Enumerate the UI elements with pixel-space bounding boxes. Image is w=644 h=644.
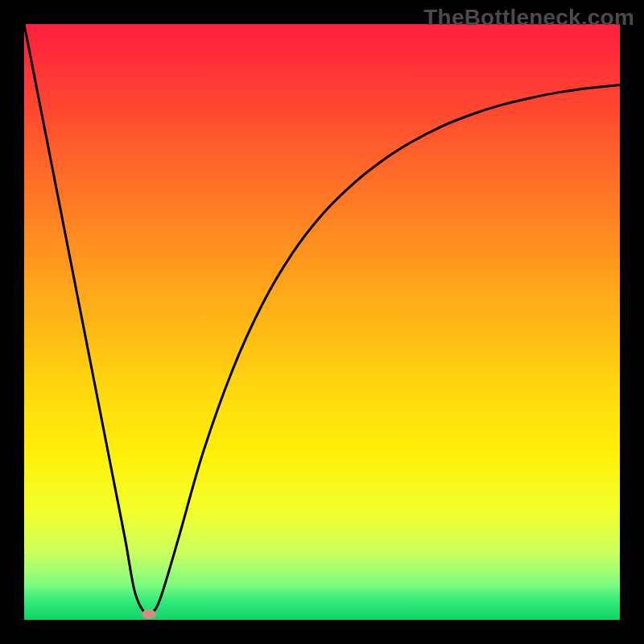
optimal-point-marker: [142, 609, 156, 619]
watermark-text: TheBottleneck.com: [423, 5, 634, 31]
bottleneck-curve: [24, 24, 620, 620]
chart-frame: TheBottleneck.com: [0, 0, 644, 644]
